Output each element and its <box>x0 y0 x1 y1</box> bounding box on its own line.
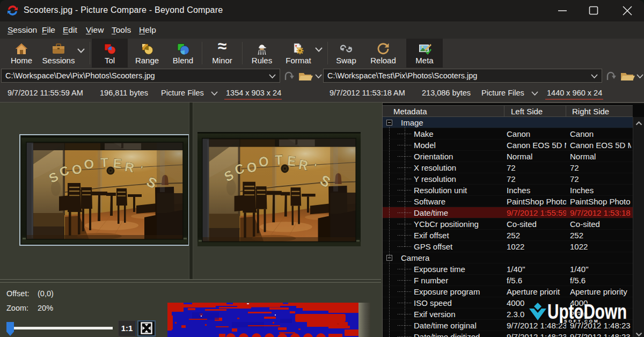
svg-text:.SOFT.COM.: .SOFT.COM. <box>561 319 602 324</box>
